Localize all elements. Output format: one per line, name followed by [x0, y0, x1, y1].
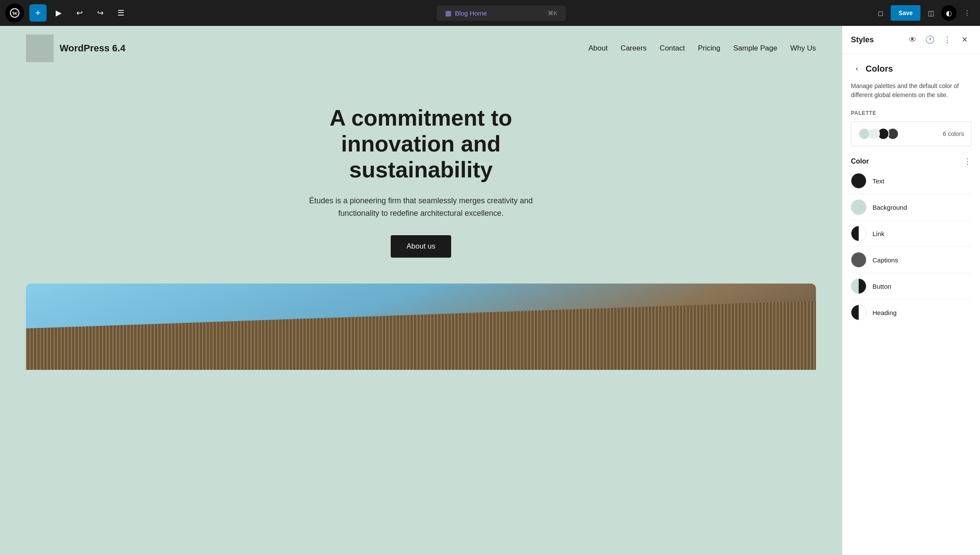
list-view-button[interactable]: ☰ [112, 4, 130, 22]
color-item-button[interactable]: Button [851, 273, 971, 300]
panel-title: Styles [851, 35, 874, 44]
panel-header: Styles 👁 🕐 ⋮ ✕ [842, 26, 980, 54]
color-item-background[interactable]: Background [851, 194, 971, 221]
site-nav: About Careers Contact Pricing Sample Pag… [588, 44, 816, 53]
building-overlay [26, 301, 816, 370]
palette-row[interactable]: 6 colors [851, 121, 971, 146]
color-label-heading: Heading [873, 309, 897, 316]
hero-subtext: Études is a pioneering firm that seamles… [296, 195, 546, 220]
color-label-captions: Captions [873, 256, 898, 264]
undo-button[interactable]: ↩ [71, 4, 88, 22]
back-button[interactable]: ‹ [851, 63, 863, 75]
panel-header-icons: 👁 🕐 ⋮ ✕ [906, 33, 971, 47]
site-header: WordPress 6.4 About Careers Contact Pric… [0, 26, 842, 71]
panel-description: Manage palettes and the default color of… [851, 82, 971, 100]
styles-close-button[interactable]: ✕ [958, 33, 971, 47]
site-frame: WordPress 6.4 About Careers Contact Pric… [0, 26, 842, 555]
save-button[interactable]: Save [891, 5, 920, 21]
site-logo-placeholder [26, 35, 54, 62]
more-options-button[interactable]: ⋮ [959, 5, 975, 21]
color-label-link: Link [873, 230, 885, 237]
right-panel: Styles 👁 🕐 ⋮ ✕ ‹ Colors Manage palettes … [842, 26, 980, 555]
palette-count: 6 colors [943, 130, 964, 137]
color-item-captions[interactable]: Captions [851, 247, 971, 273]
color-label-background: Background [873, 204, 907, 211]
color-item-text[interactable]: Text [851, 168, 971, 194]
color-swatch-text [851, 173, 866, 189]
nav-sample-page[interactable]: Sample Page [733, 44, 777, 53]
blog-home-left: ▦ Blog Home [445, 9, 487, 17]
color-section-title: Color [851, 158, 869, 165]
svg-text:W: W [12, 10, 18, 16]
add-block-button[interactable]: + [29, 4, 47, 22]
split-view-button[interactable]: ◫ [923, 5, 939, 21]
color-swatch-captions [851, 252, 866, 268]
nav-why-us[interactable]: Why Us [790, 44, 816, 53]
color-swatch-link [851, 226, 866, 241]
styles-more-button[interactable]: ⋮ [940, 33, 954, 47]
back-row: ‹ Colors [851, 63, 971, 75]
color-label-button: Button [873, 283, 891, 290]
hero-section: A commitment to innovation and sustainab… [0, 71, 842, 284]
redo-button[interactable]: ↪ [92, 4, 109, 22]
nav-careers[interactable]: Careers [620, 44, 646, 53]
toolbar: W + ▶ ↩ ↪ ☰ ▦ Blog Home ⌘K ◻ Save ◫ ◐ ⋮ [0, 0, 980, 26]
nav-contact[interactable]: Contact [660, 44, 685, 53]
colors-panel-title: Colors [866, 64, 893, 74]
blog-home-shortcut: ⌘K [548, 10, 557, 16]
palette-label: PALETTE [851, 110, 971, 116]
styles-preview-button[interactable]: 👁 [906, 33, 920, 47]
color-section-header: Color ⋮ [851, 157, 971, 166]
toolbar-right: ◻ Save ◫ ◐ ⋮ [873, 5, 975, 21]
color-swatch-button [851, 278, 866, 294]
nav-pricing[interactable]: Pricing [698, 44, 720, 53]
color-section-more-button[interactable]: ⋮ [964, 157, 971, 166]
hero-heading: A commitment to innovation and sustainab… [274, 105, 568, 183]
building-image [26, 284, 816, 370]
color-swatch-heading [851, 305, 866, 320]
select-tool-button[interactable]: ▶ [50, 4, 67, 22]
blog-home-icon: ▦ [445, 9, 452, 17]
toolbar-center: ▦ Blog Home ⌘K [133, 6, 869, 21]
styles-history-button[interactable]: 🕐 [923, 33, 937, 47]
palette-circles [858, 128, 899, 140]
theme-toggle-button[interactable]: ◐ [941, 5, 957, 21]
site-logo-area: WordPress 6.4 [26, 35, 125, 62]
main-area: WordPress 6.4 About Careers Contact Pric… [0, 26, 980, 555]
color-item-heading[interactable]: Heading [851, 300, 971, 325]
blog-home-pill[interactable]: ▦ Blog Home ⌘K [436, 6, 566, 21]
color-swatch-background [851, 199, 866, 215]
site-name: WordPress 6.4 [60, 43, 125, 54]
palette-circle-1 [858, 128, 870, 140]
wp-logo: W [5, 3, 24, 22]
color-item-link[interactable]: Link [851, 221, 971, 247]
hero-cta-button[interactable]: About us [391, 235, 451, 258]
panel-content: ‹ Colors Manage palettes and the default… [842, 54, 980, 555]
blog-home-title: Blog Home [455, 9, 487, 17]
color-label-text: Text [873, 177, 885, 185]
canvas-area: WordPress 6.4 About Careers Contact Pric… [0, 26, 842, 555]
nav-about[interactable]: About [588, 44, 607, 53]
desktop-view-button[interactable]: ◻ [873, 5, 888, 21]
